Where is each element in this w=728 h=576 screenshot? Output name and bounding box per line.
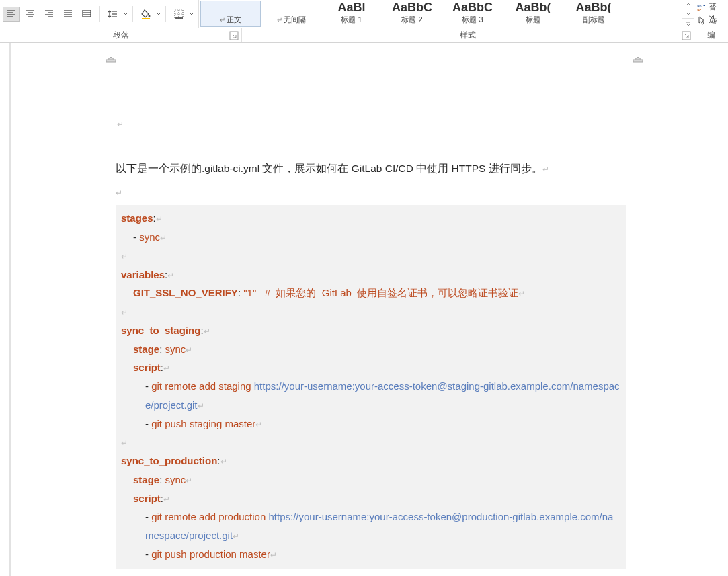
empty-line[interactable]: ↵ [116,186,626,200]
paragraph-mark-icon: ↵ [277,16,282,24]
document-area[interactable]: ↵ 以下是一个示例的.gitlab-ci.yml 文件，展示如何在 GitLab… [0,43,728,576]
styles-dialog-launcher[interactable] [682,31,691,40]
select-button[interactable]: 选 [697,14,717,26]
intro-text: 以下是一个示例的.gitlab-ci.yml 文件，展示如何在 GitLab C… [116,163,542,174]
code-value: git push staging master [151,418,255,429]
code-comment: # 如果您的 GitLab 使用自签名证书，可以忽略证书验证 [265,287,519,298]
code-line[interactable]: ↵ [121,302,621,321]
dropdown-arrow-icon[interactable] [156,7,161,22]
code-line[interactable]: stage: sync↵ [121,340,621,359]
code-line[interactable]: stages:↵ [121,209,621,228]
code-line[interactable]: - git push production master↵ [121,545,621,564]
style-item-0[interactable]: ↵正文 [200,1,261,27]
code-block[interactable]: stages:↵ - sync↵ ↵ variables:↵ GIT_SSL_N… [116,205,626,569]
code-line[interactable]: GIT_SSL_NO_VERIFY: "1" # 如果您的 GitLab 使用自… [121,284,621,302]
margin-handle-right[interactable] [632,56,644,63]
style-label-text: 副标题 [583,15,605,25]
code-value: git push production master [151,548,270,560]
replace-label: 替 [709,1,717,13]
document-content[interactable]: ↵ 以下是一个示例的.gitlab-ci.yml 文件，展示如何在 GitLab… [116,118,626,576]
margin-handle-left[interactable] [105,56,117,63]
code-value: sync [165,343,186,355]
code-key: stages [121,212,153,224]
paragraph-group [0,0,199,28]
paragraph-label-text: 段落 [113,30,129,41]
styles-group: ↵正文↵无间隔AaBl标题 1AaBbC标题 2AaBbC标题 3AaBb(标题… [199,0,694,28]
intro-paragraph[interactable]: 以下是一个示例的.gitlab-ci.yml 文件，展示如何在 GitLab C… [116,159,626,178]
borders-button[interactable] [170,7,188,22]
code-line[interactable]: ↵ [121,247,621,265]
replace-button[interactable]: abac 替 [697,1,717,13]
dropdown-arrow-icon[interactable] [123,7,128,22]
code-value: git remote add production [151,511,266,522]
style-item-6[interactable]: AaBb(副标题 [563,1,624,27]
style-preview: AaBbC [452,1,493,13]
paragraph-group-label: 段落 [0,28,242,42]
code-line[interactable]: - sync↵ [121,228,621,247]
style-label-text: 标题 2 [401,15,422,25]
code-key: sync_to_production [121,455,217,466]
code-value: sync [165,474,186,485]
ribbon: ↵正文↵无间隔AaBl标题 1AaBbC标题 2AaBbC标题 3AaBb(标题… [0,0,728,28]
code-key: variables [121,269,165,280]
code-line[interactable]: script:↵ [121,358,621,377]
style-preview: AaBb( [576,1,612,13]
style-label-text: 标题 3 [462,15,483,25]
code-line[interactable]: stage: sync↵ [121,470,621,489]
editing-group: abac 替 选 [694,0,728,28]
code-line[interactable]: ↵ [121,433,621,452]
paragraph-dialog-launcher[interactable] [229,31,239,40]
align-center-button[interactable] [22,7,39,22]
distributed-button[interactable] [78,7,95,22]
style-item-3[interactable]: AaBbC标题 2 [382,1,442,27]
styles-label-text: 样式 [460,30,476,41]
code-line[interactable]: sync_to_staging:↵ [121,321,621,340]
code-key: sync_to_staging [121,325,200,336]
shading-button[interactable] [137,7,155,22]
style-item-5[interactable]: AaBb(标题 [503,1,563,27]
gallery-down-button[interactable] [682,9,694,18]
styles-group-label: 样式 [242,28,694,42]
editing-group-label: 编 [694,28,728,42]
style-label-text: 标题 1 [341,15,362,25]
code-line[interactable]: - git remote add staging https://your-us… [121,377,621,415]
separator [99,6,100,22]
style-preview: AaBl [337,1,365,13]
style-preview: AaBb( [516,1,551,13]
style-preview: AaBbC [392,1,432,13]
editing-label-text: 编 [707,30,715,41]
line-spacing-button[interactable] [104,7,122,22]
style-item-2[interactable]: AaBl标题 1 [321,1,382,27]
code-line[interactable]: sync_to_production:↵ [121,452,621,470]
dropdown-arrow-icon[interactable] [189,7,194,22]
style-label-text: ↵正文 [220,15,241,25]
align-left-button[interactable] [3,7,20,22]
gallery-expand-button[interactable] [682,18,694,28]
style-item-1[interactable]: ↵无间隔 [261,1,321,27]
code-line[interactable]: - git push staging master↵ [121,415,621,434]
svg-text:ac: ac [697,8,701,11]
code-value: sync [139,231,160,243]
empty-line[interactable]: ↵ [116,118,626,132]
svg-point-25 [149,15,151,17]
style-gallery: ↵正文↵无间隔AaBl标题 1AaBbC标题 2AaBbC标题 3AaBb(标题… [199,0,682,28]
paragraph-mark-icon: ↵ [220,16,225,24]
gallery-up-button[interactable] [682,0,694,9]
style-item-4[interactable]: AaBbC标题 3 [442,1,503,27]
code-value: git remote add staging [151,380,251,392]
page: ↵ 以下是一个示例的.gitlab-ci.yml 文件，展示如何在 GitLab… [11,43,728,576]
code-key: script [133,493,161,504]
code-key: stage [133,474,159,485]
style-label-text: 标题 [526,15,540,25]
svg-rect-26 [142,18,150,19]
code-key: script [133,362,161,373]
style-label-text: ↵无间隔 [277,15,306,25]
select-label: 选 [709,14,717,26]
align-right-button[interactable] [40,7,58,22]
separator [165,6,166,22]
code-line[interactable]: script:↵ [121,489,621,508]
code-line[interactable]: - git remote add production https://your… [121,507,621,545]
code-key: GIT_SSL_NO_VERIFY [133,287,238,298]
code-line[interactable]: variables:↵ [121,265,621,284]
align-justify-button[interactable] [59,7,77,22]
